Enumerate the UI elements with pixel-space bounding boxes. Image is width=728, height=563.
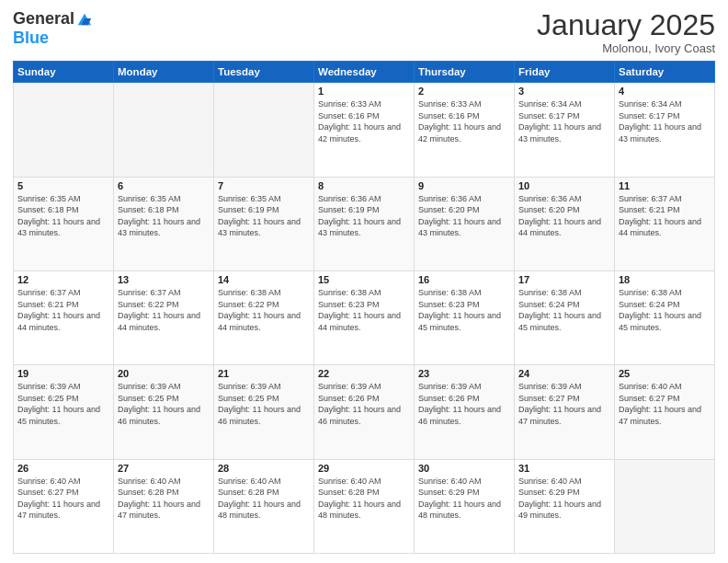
day-info: Sunrise: 6:40 AM Sunset: 6:29 PM Dayligh… <box>418 476 510 522</box>
col-saturday: Saturday <box>615 62 715 83</box>
day-number: 24 <box>518 368 610 379</box>
logo: General Blue <box>13 9 93 48</box>
day-info: Sunrise: 6:40 AM Sunset: 6:27 PM Dayligh… <box>17 476 109 522</box>
logo-blue: Blue <box>13 29 49 48</box>
col-monday: Monday <box>114 62 214 83</box>
day-info: Sunrise: 6:40 AM Sunset: 6:28 PM Dayligh… <box>318 476 410 522</box>
col-sunday: Sunday <box>14 62 114 83</box>
day-info: Sunrise: 6:38 AM Sunset: 6:24 PM Dayligh… <box>619 287 711 333</box>
calendar-cell: 25Sunrise: 6:40 AM Sunset: 6:27 PM Dayli… <box>615 365 715 459</box>
calendar-cell: 24Sunrise: 6:39 AM Sunset: 6:27 PM Dayli… <box>515 365 615 459</box>
day-number: 22 <box>318 368 410 379</box>
day-info: Sunrise: 6:38 AM Sunset: 6:24 PM Dayligh… <box>518 287 610 333</box>
day-info: Sunrise: 6:38 AM Sunset: 6:23 PM Dayligh… <box>418 287 510 333</box>
day-info: Sunrise: 6:33 AM Sunset: 6:16 PM Dayligh… <box>318 98 410 144</box>
day-number: 16 <box>418 274 510 285</box>
page: General Blue January 2025 Molonou, Ivory… <box>0 0 728 563</box>
day-number: 11 <box>619 180 711 191</box>
calendar-cell: 16Sunrise: 6:38 AM Sunset: 6:23 PM Dayli… <box>415 270 515 364</box>
day-number: 6 <box>118 180 210 191</box>
day-info: Sunrise: 6:33 AM Sunset: 6:16 PM Dayligh… <box>418 98 510 144</box>
calendar-cell: 30Sunrise: 6:40 AM Sunset: 6:29 PM Dayli… <box>415 459 515 553</box>
day-number: 15 <box>318 274 410 285</box>
day-number: 17 <box>518 274 610 285</box>
day-info: Sunrise: 6:34 AM Sunset: 6:17 PM Dayligh… <box>619 98 711 144</box>
day-number: 20 <box>118 368 210 379</box>
calendar-cell: 12Sunrise: 6:37 AM Sunset: 6:21 PM Dayli… <box>14 270 114 364</box>
calendar-cell: 17Sunrise: 6:38 AM Sunset: 6:24 PM Dayli… <box>515 270 615 364</box>
calendar-cell: 5Sunrise: 6:35 AM Sunset: 6:18 PM Daylig… <box>14 177 114 270</box>
col-friday: Friday <box>515 62 615 83</box>
day-info: Sunrise: 6:36 AM Sunset: 6:20 PM Dayligh… <box>518 193 610 239</box>
day-info: Sunrise: 6:40 AM Sunset: 6:28 PM Dayligh… <box>118 476 210 522</box>
calendar-cell <box>114 83 214 177</box>
day-info: Sunrise: 6:40 AM Sunset: 6:29 PM Dayligh… <box>518 476 610 522</box>
day-info: Sunrise: 6:39 AM Sunset: 6:26 PM Dayligh… <box>418 381 510 427</box>
day-info: Sunrise: 6:35 AM Sunset: 6:18 PM Dayligh… <box>118 193 210 239</box>
week-row-4: 19Sunrise: 6:39 AM Sunset: 6:25 PM Dayli… <box>14 365 715 459</box>
day-info: Sunrise: 6:40 AM Sunset: 6:28 PM Dayligh… <box>218 476 310 522</box>
day-number: 25 <box>619 368 711 379</box>
day-info: Sunrise: 6:40 AM Sunset: 6:27 PM Dayligh… <box>619 381 711 427</box>
day-number: 31 <box>518 463 610 474</box>
day-number: 2 <box>418 86 510 97</box>
calendar-cell: 26Sunrise: 6:40 AM Sunset: 6:27 PM Dayli… <box>14 459 114 553</box>
day-number: 8 <box>318 180 410 191</box>
day-info: Sunrise: 6:39 AM Sunset: 6:26 PM Dayligh… <box>318 381 410 427</box>
calendar-cell: 31Sunrise: 6:40 AM Sunset: 6:29 PM Dayli… <box>515 459 615 553</box>
col-thursday: Thursday <box>415 62 515 83</box>
day-number: 19 <box>17 368 109 379</box>
day-number: 18 <box>619 274 711 285</box>
day-info: Sunrise: 6:36 AM Sunset: 6:19 PM Dayligh… <box>318 193 410 239</box>
day-number: 27 <box>118 463 210 474</box>
calendar-table: Sunday Monday Tuesday Wednesday Thursday… <box>13 61 715 554</box>
calendar-cell: 9Sunrise: 6:36 AM Sunset: 6:20 PM Daylig… <box>415 177 515 270</box>
col-tuesday: Tuesday <box>214 62 314 83</box>
calendar-cell <box>214 83 314 177</box>
logo-icon <box>76 11 93 28</box>
calendar-header-row: Sunday Monday Tuesday Wednesday Thursday… <box>14 62 715 83</box>
calendar-cell <box>615 459 715 553</box>
calendar-cell: 27Sunrise: 6:40 AM Sunset: 6:28 PM Dayli… <box>114 459 214 553</box>
calendar-cell: 22Sunrise: 6:39 AM Sunset: 6:26 PM Dayli… <box>314 365 415 459</box>
day-number: 29 <box>318 463 410 474</box>
day-number: 10 <box>518 180 610 191</box>
calendar-cell: 4Sunrise: 6:34 AM Sunset: 6:17 PM Daylig… <box>615 83 715 177</box>
calendar-cell: 3Sunrise: 6:34 AM Sunset: 6:17 PM Daylig… <box>515 83 615 177</box>
calendar-cell: 15Sunrise: 6:38 AM Sunset: 6:23 PM Dayli… <box>314 270 415 364</box>
day-number: 21 <box>218 368 310 379</box>
calendar-cell: 18Sunrise: 6:38 AM Sunset: 6:24 PM Dayli… <box>615 270 715 364</box>
calendar-cell: 23Sunrise: 6:39 AM Sunset: 6:26 PM Dayli… <box>415 365 515 459</box>
day-number: 23 <box>418 368 510 379</box>
day-number: 9 <box>418 180 510 191</box>
week-row-5: 26Sunrise: 6:40 AM Sunset: 6:27 PM Dayli… <box>14 459 715 553</box>
calendar-cell: 1Sunrise: 6:33 AM Sunset: 6:16 PM Daylig… <box>314 83 415 177</box>
col-wednesday: Wednesday <box>314 62 415 83</box>
day-info: Sunrise: 6:39 AM Sunset: 6:25 PM Dayligh… <box>218 381 310 427</box>
day-number: 30 <box>418 463 510 474</box>
day-info: Sunrise: 6:39 AM Sunset: 6:25 PM Dayligh… <box>17 381 109 427</box>
header: General Blue January 2025 Molonou, Ivory… <box>13 9 715 55</box>
calendar-cell: 13Sunrise: 6:37 AM Sunset: 6:22 PM Dayli… <box>114 270 214 364</box>
day-info: Sunrise: 6:38 AM Sunset: 6:22 PM Dayligh… <box>218 287 310 333</box>
calendar-cell: 19Sunrise: 6:39 AM Sunset: 6:25 PM Dayli… <box>14 365 114 459</box>
day-info: Sunrise: 6:39 AM Sunset: 6:25 PM Dayligh… <box>118 381 210 427</box>
calendar-cell: 10Sunrise: 6:36 AM Sunset: 6:20 PM Dayli… <box>515 177 615 270</box>
title-block: January 2025 Molonou, Ivory Coast <box>537 9 715 55</box>
calendar-cell: 6Sunrise: 6:35 AM Sunset: 6:18 PM Daylig… <box>114 177 214 270</box>
day-info: Sunrise: 6:38 AM Sunset: 6:23 PM Dayligh… <box>318 287 410 333</box>
day-info: Sunrise: 6:36 AM Sunset: 6:20 PM Dayligh… <box>418 193 510 239</box>
day-number: 12 <box>17 274 109 285</box>
day-info: Sunrise: 6:37 AM Sunset: 6:22 PM Dayligh… <box>118 287 210 333</box>
day-info: Sunrise: 6:39 AM Sunset: 6:27 PM Dayligh… <box>518 381 610 427</box>
day-number: 26 <box>17 463 109 474</box>
day-number: 7 <box>218 180 310 191</box>
day-number: 14 <box>218 274 310 285</box>
calendar-cell: 14Sunrise: 6:38 AM Sunset: 6:22 PM Dayli… <box>214 270 314 364</box>
calendar-cell: 29Sunrise: 6:40 AM Sunset: 6:28 PM Dayli… <box>314 459 415 553</box>
week-row-3: 12Sunrise: 6:37 AM Sunset: 6:21 PM Dayli… <box>14 270 715 364</box>
day-info: Sunrise: 6:37 AM Sunset: 6:21 PM Dayligh… <box>17 287 109 333</box>
day-info: Sunrise: 6:37 AM Sunset: 6:21 PM Dayligh… <box>619 193 711 239</box>
calendar-cell: 21Sunrise: 6:39 AM Sunset: 6:25 PM Dayli… <box>214 365 314 459</box>
day-info: Sunrise: 6:35 AM Sunset: 6:18 PM Dayligh… <box>17 193 109 239</box>
